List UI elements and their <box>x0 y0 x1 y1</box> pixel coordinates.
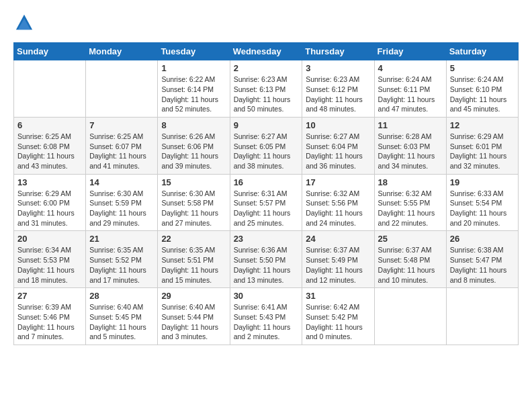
weekday-header-wednesday: Wednesday <box>230 43 302 60</box>
day-number: 23 <box>234 234 299 244</box>
calendar-cell: 13Sunrise: 6:29 AM Sunset: 6:00 PM Dayli… <box>14 174 86 231</box>
weekday-header-monday: Monday <box>86 43 158 60</box>
day-number: 20 <box>17 234 82 244</box>
day-info: Sunrise: 6:37 AM Sunset: 5:49 PM Dayligh… <box>306 245 370 285</box>
day-info: Sunrise: 6:27 AM Sunset: 6:05 PM Dayligh… <box>234 132 299 171</box>
calendar-cell: 21Sunrise: 6:35 AM Sunset: 5:52 PM Dayli… <box>86 231 158 288</box>
calendar-cell <box>86 60 158 118</box>
weekday-header-saturday: Saturday <box>446 43 518 60</box>
day-number: 11 <box>378 120 443 130</box>
day-info: Sunrise: 6:25 AM Sunset: 6:07 PM Dayligh… <box>89 132 154 171</box>
calendar-cell <box>446 288 518 345</box>
weekday-header-thursday: Thursday <box>302 43 374 60</box>
day-info: Sunrise: 6:35 AM Sunset: 5:51 PM Dayligh… <box>161 245 226 285</box>
day-number: 12 <box>450 120 515 130</box>
calendar-cell: 27Sunrise: 6:39 AM Sunset: 5:46 PM Dayli… <box>14 288 86 345</box>
calendar-cell: 16Sunrise: 6:31 AM Sunset: 5:57 PM Dayli… <box>230 174 302 231</box>
calendar-cell <box>374 288 446 345</box>
day-number: 14 <box>89 177 154 187</box>
day-number: 25 <box>378 234 443 244</box>
calendar-cell: 10Sunrise: 6:27 AM Sunset: 6:04 PM Dayli… <box>302 117 374 174</box>
weekday-header-tuesday: Tuesday <box>158 43 230 60</box>
calendar-cell: 24Sunrise: 6:37 AM Sunset: 5:49 PM Dayli… <box>302 231 374 288</box>
calendar-cell: 23Sunrise: 6:36 AM Sunset: 5:50 PM Dayli… <box>230 231 302 288</box>
calendar-cell: 25Sunrise: 6:37 AM Sunset: 5:48 PM Dayli… <box>374 231 446 288</box>
logo <box>13 13 34 36</box>
calendar-cell: 1Sunrise: 6:22 AM Sunset: 6:14 PM Daylig… <box>158 60 230 118</box>
calendar-cell: 2Sunrise: 6:23 AM Sunset: 6:13 PM Daylig… <box>230 60 302 118</box>
day-number: 22 <box>161 234 226 244</box>
calendar-cell: 20Sunrise: 6:34 AM Sunset: 5:53 PM Dayli… <box>14 231 86 288</box>
day-number: 7 <box>89 120 154 130</box>
calendar-cell: 18Sunrise: 6:32 AM Sunset: 5:55 PM Dayli… <box>374 174 446 231</box>
week-row-5: 27Sunrise: 6:39 AM Sunset: 5:46 PM Dayli… <box>14 288 519 345</box>
day-number: 16 <box>234 177 299 187</box>
day-info: Sunrise: 6:34 AM Sunset: 5:53 PM Dayligh… <box>17 245 82 285</box>
day-info: Sunrise: 6:23 AM Sunset: 6:12 PM Dayligh… <box>306 75 370 114</box>
day-info: Sunrise: 6:33 AM Sunset: 5:54 PM Dayligh… <box>450 189 515 228</box>
day-number: 30 <box>234 291 299 301</box>
calendar-cell: 14Sunrise: 6:30 AM Sunset: 5:59 PM Dayli… <box>86 174 158 231</box>
day-info: Sunrise: 6:28 AM Sunset: 6:03 PM Dayligh… <box>378 132 443 171</box>
calendar: SundayMondayTuesdayWednesdayThursdayFrid… <box>13 42 519 345</box>
calendar-cell: 5Sunrise: 6:24 AM Sunset: 6:10 PM Daylig… <box>446 60 518 118</box>
day-info: Sunrise: 6:24 AM Sunset: 6:10 PM Dayligh… <box>450 75 515 114</box>
day-number: 2 <box>234 63 299 73</box>
weekday-header-row: SundayMondayTuesdayWednesdayThursdayFrid… <box>14 43 519 60</box>
calendar-cell: 29Sunrise: 6:40 AM Sunset: 5:44 PM Dayli… <box>158 288 230 345</box>
calendar-cell: 9Sunrise: 6:27 AM Sunset: 6:05 PM Daylig… <box>230 117 302 174</box>
week-row-4: 20Sunrise: 6:34 AM Sunset: 5:53 PM Dayli… <box>14 231 519 288</box>
weekday-header-sunday: Sunday <box>14 43 86 60</box>
calendar-cell: 17Sunrise: 6:32 AM Sunset: 5:56 PM Dayli… <box>302 174 374 231</box>
day-number: 28 <box>89 291 154 301</box>
logo-text <box>13 13 34 36</box>
day-info: Sunrise: 6:41 AM Sunset: 5:43 PM Dayligh… <box>234 302 299 342</box>
day-info: Sunrise: 6:30 AM Sunset: 5:59 PM Dayligh… <box>89 189 154 228</box>
calendar-cell: 11Sunrise: 6:28 AM Sunset: 6:03 PM Dayli… <box>374 117 446 174</box>
calendar-cell: 4Sunrise: 6:24 AM Sunset: 6:11 PM Daylig… <box>374 60 446 118</box>
calendar-cell: 19Sunrise: 6:33 AM Sunset: 5:54 PM Dayli… <box>446 174 518 231</box>
week-row-2: 6Sunrise: 6:25 AM Sunset: 6:08 PM Daylig… <box>14 117 519 174</box>
day-number: 17 <box>306 177 370 187</box>
day-number: 27 <box>17 291 82 301</box>
day-number: 10 <box>306 120 370 130</box>
day-info: Sunrise: 6:29 AM Sunset: 6:01 PM Dayligh… <box>450 132 515 171</box>
day-number: 26 <box>450 234 515 244</box>
calendar-cell: 26Sunrise: 6:38 AM Sunset: 5:47 PM Dayli… <box>446 231 518 288</box>
day-number: 31 <box>306 291 370 301</box>
day-info: Sunrise: 6:26 AM Sunset: 6:06 PM Dayligh… <box>161 132 226 171</box>
calendar-cell: 6Sunrise: 6:25 AM Sunset: 6:08 PM Daylig… <box>14 117 86 174</box>
day-info: Sunrise: 6:40 AM Sunset: 5:45 PM Dayligh… <box>89 302 154 342</box>
calendar-cell: 12Sunrise: 6:29 AM Sunset: 6:01 PM Dayli… <box>446 117 518 174</box>
day-info: Sunrise: 6:37 AM Sunset: 5:48 PM Dayligh… <box>378 245 443 285</box>
day-info: Sunrise: 6:35 AM Sunset: 5:52 PM Dayligh… <box>89 245 154 285</box>
day-number: 4 <box>378 63 443 73</box>
calendar-cell: 3Sunrise: 6:23 AM Sunset: 6:12 PM Daylig… <box>302 60 374 118</box>
calendar-cell: 28Sunrise: 6:40 AM Sunset: 5:45 PM Dayli… <box>86 288 158 345</box>
day-info: Sunrise: 6:31 AM Sunset: 5:57 PM Dayligh… <box>234 189 299 228</box>
day-number: 15 <box>161 177 226 187</box>
week-row-3: 13Sunrise: 6:29 AM Sunset: 6:00 PM Dayli… <box>14 174 519 231</box>
day-number: 3 <box>306 63 370 73</box>
day-info: Sunrise: 6:38 AM Sunset: 5:47 PM Dayligh… <box>450 245 515 285</box>
day-number: 19 <box>450 177 515 187</box>
day-number: 13 <box>17 177 82 187</box>
calendar-cell: 30Sunrise: 6:41 AM Sunset: 5:43 PM Dayli… <box>230 288 302 345</box>
day-info: Sunrise: 6:40 AM Sunset: 5:44 PM Dayligh… <box>161 302 226 342</box>
day-info: Sunrise: 6:32 AM Sunset: 5:55 PM Dayligh… <box>378 189 443 228</box>
day-number: 8 <box>161 120 226 130</box>
weekday-header-friday: Friday <box>374 43 446 60</box>
day-info: Sunrise: 6:36 AM Sunset: 5:50 PM Dayligh… <box>234 245 299 285</box>
calendar-cell: 15Sunrise: 6:30 AM Sunset: 5:58 PM Dayli… <box>158 174 230 231</box>
day-number: 18 <box>378 177 443 187</box>
page-header <box>13 13 519 36</box>
day-number: 24 <box>306 234 370 244</box>
day-info: Sunrise: 6:32 AM Sunset: 5:56 PM Dayligh… <box>306 189 370 228</box>
day-info: Sunrise: 6:30 AM Sunset: 5:58 PM Dayligh… <box>161 189 226 228</box>
logo-icon <box>15 13 34 32</box>
day-number: 1 <box>161 63 226 73</box>
day-info: Sunrise: 6:39 AM Sunset: 5:46 PM Dayligh… <box>17 302 82 342</box>
day-info: Sunrise: 6:42 AM Sunset: 5:42 PM Dayligh… <box>306 302 370 342</box>
calendar-cell: 8Sunrise: 6:26 AM Sunset: 6:06 PM Daylig… <box>158 117 230 174</box>
day-info: Sunrise: 6:27 AM Sunset: 6:04 PM Dayligh… <box>306 132 370 171</box>
